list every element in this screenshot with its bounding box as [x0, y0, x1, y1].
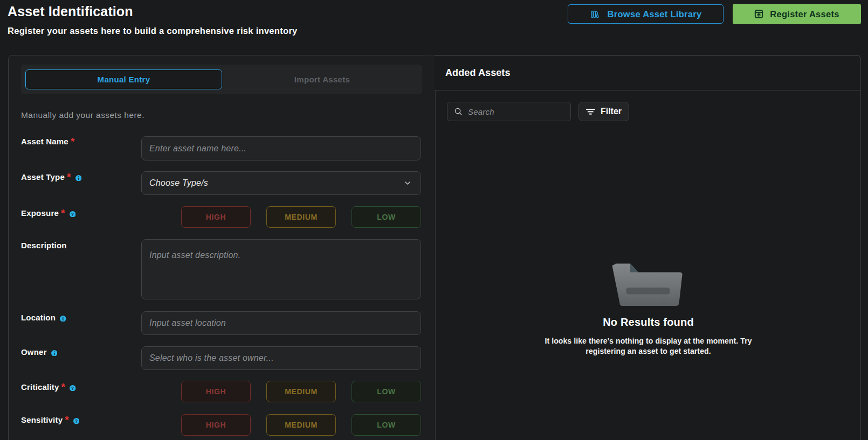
svg-text:?: ? — [75, 418, 78, 423]
svg-text:?: ? — [71, 211, 74, 216]
svg-text:?: ? — [71, 385, 74, 390]
